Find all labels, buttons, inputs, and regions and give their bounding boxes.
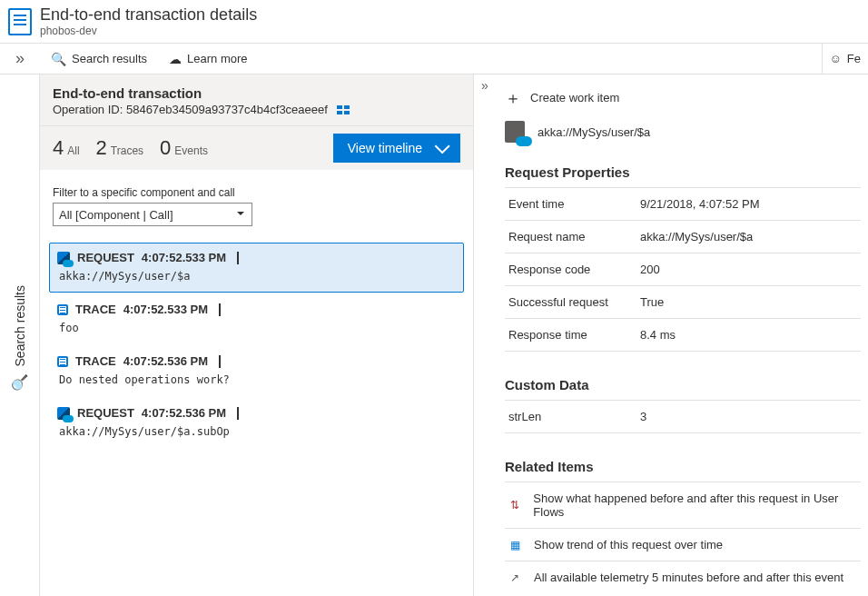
telemetry-icon: ↗ xyxy=(508,571,521,584)
view-timeline-button[interactable]: View timeline xyxy=(333,134,460,163)
operation-title: End-to-end transaction xyxy=(53,85,460,101)
left-rail[interactable]: 🔍 Search results xyxy=(0,74,40,596)
search-results-link[interactable]: 🔍 Search results xyxy=(40,52,158,66)
operation-id: 58467eb34509a93737c4b4cf3ceaeeef xyxy=(126,103,328,116)
property-row: Successful requestTrue xyxy=(505,285,861,318)
right-pane: » ＋ Create work item akka://MySys/user/$… xyxy=(474,74,868,596)
collapse-left-icon[interactable]: » xyxy=(0,49,40,68)
filter-label: Filter to a specific component and call xyxy=(53,186,460,199)
main-content: 🔍 Search results End-to-end transaction … xyxy=(0,74,868,596)
feedback-label: Fe xyxy=(847,52,861,65)
request-properties-title: Request Properties xyxy=(505,164,861,180)
trace-type: REQUEST xyxy=(77,251,134,264)
chevron-down-icon xyxy=(435,138,450,154)
related-items-list: ⇅Show what happened before and after thi… xyxy=(505,482,861,593)
count-events[interactable]: 0Events xyxy=(160,136,208,160)
entity-row: akka://MySys/user/$a xyxy=(505,121,861,143)
trace-item[interactable]: TRACE4:07:52.533 PMfoo xyxy=(49,294,464,344)
trace-type: TRACE xyxy=(75,303,116,316)
trace-item[interactable]: REQUEST4:07:52.536 PMakka://MySys/user/$… xyxy=(49,398,464,448)
operation-id-row: Operation ID: 58467eb34509a93737c4b4cf3c… xyxy=(53,103,460,116)
related-item[interactable]: ↗All available telemetry 5 minutes befor… xyxy=(505,561,861,593)
trace-marker xyxy=(237,407,239,420)
create-work-item-button[interactable]: ＋ Create work item xyxy=(505,84,861,121)
learn-more-link[interactable]: ☁ Learn more xyxy=(158,52,258,66)
trace-marker xyxy=(237,252,239,264)
toolbar: » 🔍 Search results ☁ Learn more ☺ Fe xyxy=(0,44,868,74)
property-key: Request name xyxy=(508,230,640,243)
trace-icon xyxy=(57,356,68,367)
page-title-block: End-to-end transaction details phobos-de… xyxy=(40,5,257,37)
filter-section: Filter to a specific component and call … xyxy=(40,170,473,233)
property-value: akka://MySys/user/$a xyxy=(640,230,753,243)
learn-more-label: Learn more xyxy=(187,52,247,65)
property-row: Event time9/21/2018, 4:07:52 PM xyxy=(505,187,861,220)
collapse-right-icon[interactable]: » xyxy=(481,78,488,93)
property-row: Response time8.4 ms xyxy=(505,318,861,352)
search-icon: 🔍 xyxy=(51,52,66,66)
trace-time: 4:07:52.536 PM xyxy=(142,406,226,420)
property-key: strLen xyxy=(508,410,640,423)
left-rail-label: 🔍 Search results xyxy=(11,285,28,392)
plus-icon: ＋ xyxy=(505,92,521,104)
operation-header: End-to-end transaction Operation ID: 584… xyxy=(40,74,473,125)
property-value: 9/21/2018, 4:07:52 PM xyxy=(640,197,760,211)
related-items-title: Related Items xyxy=(505,459,861,474)
custom-data-title: Custom Data xyxy=(505,377,861,392)
count-all[interactable]: 4All xyxy=(53,136,80,160)
trace-marker xyxy=(219,303,221,316)
property-key: Event time xyxy=(508,197,640,211)
trace-item[interactable]: TRACE4:07:52.536 PMDo nested operations … xyxy=(49,346,464,396)
property-value: 8.4 ms xyxy=(640,328,676,342)
trace-time: 4:07:52.536 PM xyxy=(123,354,208,368)
trace-time: 4:07:52.533 PM xyxy=(123,303,208,316)
count-traces[interactable]: 2Traces xyxy=(96,136,143,160)
trend-icon: ▦ xyxy=(508,539,521,551)
search-icon: 🔍 xyxy=(11,374,29,392)
property-row: Response code200 xyxy=(505,253,861,285)
search-results-label: Search results xyxy=(72,52,147,65)
page-subtitle: phobos-dev xyxy=(40,25,257,37)
property-value: 3 xyxy=(640,410,646,423)
property-value: 200 xyxy=(640,263,660,276)
related-item-label: Show trend of this request over time xyxy=(534,538,723,551)
document-icon xyxy=(8,8,32,35)
counts-row: 4All 2Traces 0Events View timeline xyxy=(40,125,473,170)
trace-body: foo xyxy=(59,322,456,334)
trace-list: REQUEST4:07:52.533 PMakka://MySys/user/$… xyxy=(40,233,473,459)
page-title: End-to-end transaction details xyxy=(40,5,257,25)
center-pane: End-to-end transaction Operation ID: 584… xyxy=(40,74,474,596)
cloud-icon: ☁ xyxy=(169,52,182,66)
top-bar: End-to-end transaction details phobos-de… xyxy=(0,0,868,44)
request-icon xyxy=(57,407,70,420)
related-item-label: Show what happened before and after this… xyxy=(533,492,857,519)
request-properties-table: Event time9/21/2018, 4:07:52 PMRequest n… xyxy=(505,187,861,352)
smile-icon: ☺ xyxy=(830,52,842,65)
custom-data-table: strLen3 xyxy=(505,400,861,433)
trace-body: Do nested operations work? xyxy=(59,373,456,386)
trace-item[interactable]: REQUEST4:07:52.533 PMakka://MySys/user/$… xyxy=(49,243,464,293)
trace-body: akka://MySys/user/$a.subOp xyxy=(59,425,456,438)
grid-icon[interactable] xyxy=(337,105,350,114)
property-key: Response code xyxy=(508,263,640,276)
page-icon xyxy=(0,8,40,35)
property-row: Request nameakka://MySys/user/$a xyxy=(505,220,861,253)
related-item[interactable]: ▦Show trend of this request over time xyxy=(505,528,861,561)
flow-icon: ⇅ xyxy=(508,499,520,512)
server-cloud-icon xyxy=(505,121,525,143)
trace-time: 4:07:52.533 PM xyxy=(142,251,226,264)
trace-body: akka://MySys/user/$a xyxy=(59,270,456,283)
related-item[interactable]: ⇅Show what happened before and after thi… xyxy=(505,482,861,528)
request-icon xyxy=(57,252,70,264)
feedback-button[interactable]: ☺ Fe xyxy=(822,44,868,74)
filter-select[interactable]: All [Component | Call] xyxy=(53,203,252,226)
property-key: Response time xyxy=(508,328,640,342)
entity-name: akka://MySys/user/$a xyxy=(538,125,650,139)
trace-marker xyxy=(219,355,221,368)
property-row: strLen3 xyxy=(505,400,861,433)
trace-type: TRACE xyxy=(75,354,116,368)
trace-icon xyxy=(57,304,68,315)
trace-type: REQUEST xyxy=(77,406,134,420)
property-value: True xyxy=(640,295,664,309)
related-item-label: All available telemetry 5 minutes before… xyxy=(534,571,843,584)
